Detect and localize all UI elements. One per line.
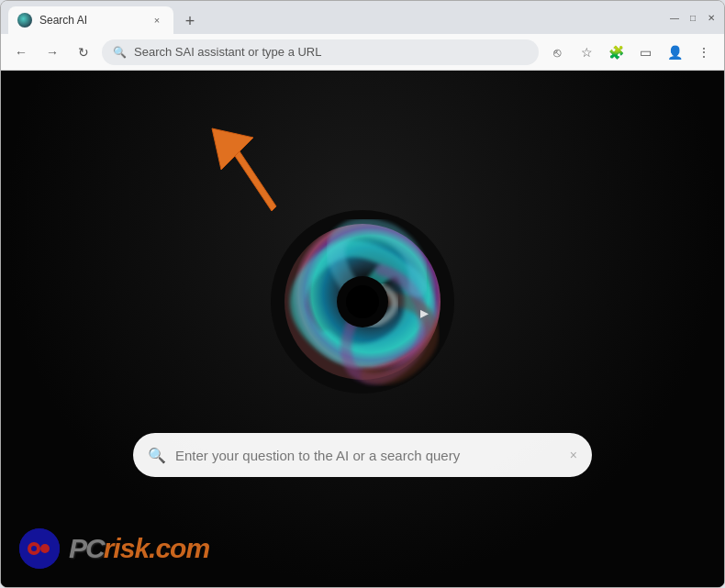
profile-button[interactable]: 👤 <box>662 39 687 65</box>
tab-favicon <box>17 13 32 28</box>
share-button[interactable]: ⎋ <box>544 39 570 65</box>
menu-button[interactable]: ⋮ <box>691 39 717 65</box>
watermark-pc-text: PC <box>69 533 104 564</box>
title-bar: Search AI × + — □ ✕ <box>1 1 724 34</box>
watermark: PC risk.com <box>19 528 209 569</box>
tab-area: Search AI × + <box>8 1 665 34</box>
forward-button[interactable]: → <box>39 39 65 65</box>
reload-button[interactable]: ↻ <box>71 39 96 65</box>
search-icon: 🔍 <box>113 46 127 59</box>
search-input[interactable] <box>175 448 561 463</box>
search-bar[interactable]: 🔍 × <box>133 433 592 477</box>
search-clear-button[interactable]: × <box>570 448 577 462</box>
extensions-button[interactable]: 🧩 <box>603 39 629 65</box>
svg-point-7 <box>40 544 50 553</box>
navigation-bar: ← → ↻ 🔍 Search SAI assistant or type a U… <box>1 34 724 71</box>
svg-point-8 <box>31 546 37 551</box>
tab-title: Search AI <box>39 14 142 27</box>
browser-frame: Search AI × + — □ ✕ ← → ↻ 🔍 Search SAI a… <box>0 0 725 588</box>
bookmark-button[interactable]: ☆ <box>574 39 599 65</box>
maximize-button[interactable]: □ <box>687 12 698 23</box>
new-tab-button[interactable]: + <box>177 8 203 34</box>
page-content: 🔍 × PC risk.com ▸ <box>1 71 724 587</box>
vortex-logo <box>271 210 454 394</box>
watermark-logo <box>19 528 60 569</box>
svg-point-3 <box>346 285 379 318</box>
back-button[interactable]: ← <box>8 39 34 65</box>
address-bar[interactable]: 🔍 Search SAI assistant or type a URL <box>102 39 539 65</box>
search-bar-container: 🔍 × <box>133 433 592 477</box>
minimize-button[interactable]: — <box>669 12 680 23</box>
active-tab[interactable]: Search AI × <box>8 6 173 34</box>
watermark-risk-text: risk.com <box>104 533 209 564</box>
nav-actions: ⎋ ☆ 🧩 ▭ 👤 ⋮ <box>544 39 717 65</box>
tab-close-button[interactable]: × <box>150 13 164 28</box>
address-text: Search SAI assistant or type a URL <box>134 45 321 59</box>
close-button[interactable]: ✕ <box>706 12 717 23</box>
sidebar-button[interactable]: ▭ <box>632 39 658 65</box>
window-controls: — □ ✕ <box>669 12 717 23</box>
search-icon: 🔍 <box>148 447 166 464</box>
